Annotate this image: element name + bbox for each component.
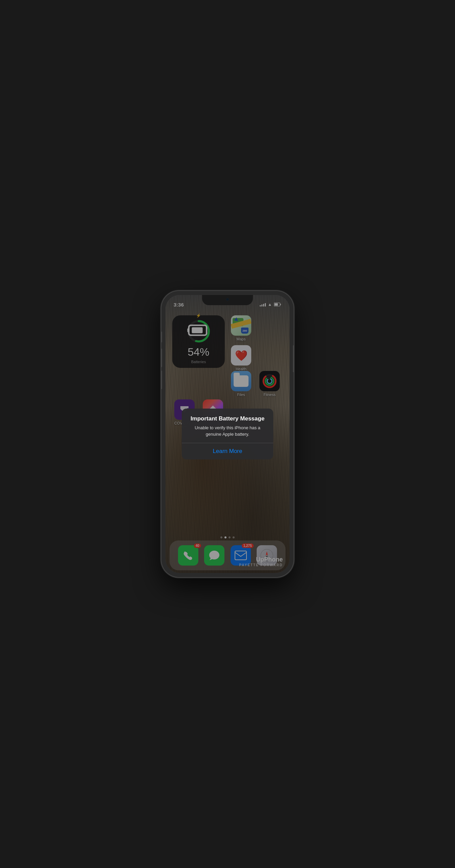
phone-screen: 3:36 ▲ ⚡	[165, 295, 290, 573]
alert-overlay: Important Battery Message Unable to veri…	[165, 295, 290, 573]
phone-frame: 3:36 ▲ ⚡	[161, 291, 294, 577]
alert-dialog: Important Battery Message Unable to veri…	[182, 409, 273, 459]
alert-title: Important Battery Message	[187, 415, 268, 422]
mute-button[interactable]	[161, 332, 162, 342]
alert-content: Important Battery Message Unable to veri…	[182, 409, 273, 442]
learn-more-button[interactable]: Learn More	[182, 443, 273, 459]
volume-up-button[interactable]	[161, 349, 162, 367]
power-button[interactable]	[293, 345, 294, 372]
volume-down-button[interactable]	[161, 371, 162, 389]
alert-message: Unable to verify this iPhone has a genui…	[187, 425, 268, 437]
